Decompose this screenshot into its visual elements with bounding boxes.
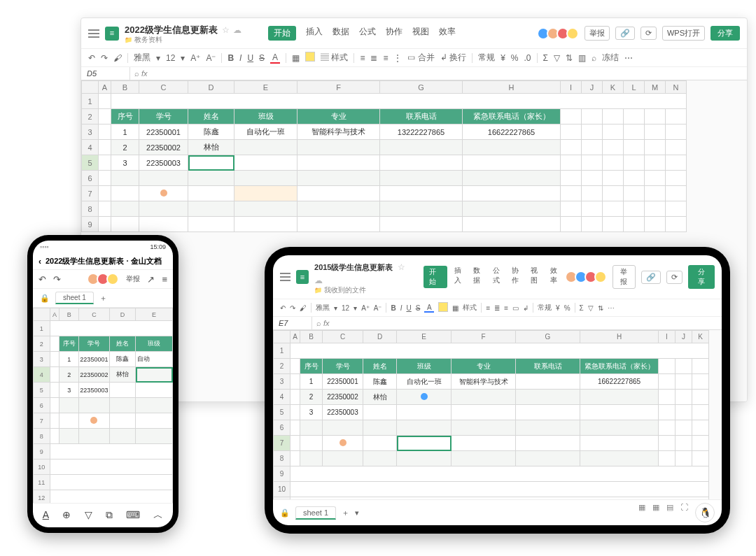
percent-icon[interactable]: % (564, 304, 570, 312)
font-family[interactable]: 雅黑 (316, 303, 330, 313)
bold-icon[interactable]: B (227, 53, 234, 63)
cell[interactable] (463, 155, 561, 171)
history-icon[interactable]: ⟳ (640, 27, 657, 40)
align-icon[interactable]: ≣ (494, 304, 500, 312)
formula-input[interactable] (334, 321, 722, 325)
cloud-icon[interactable]: ☁ (233, 25, 241, 35)
wrap-icon[interactable]: ↲ (523, 304, 528, 312)
menu-icon[interactable]: ≡ (162, 274, 167, 285)
cell[interactable]: 智能科学与技术 (298, 124, 380, 140)
col-header[interactable]: C (139, 81, 188, 94)
photo-icon[interactable]: ⧉ (106, 509, 113, 522)
cell[interactable]: 3 (111, 155, 139, 171)
name-box[interactable]: D5 (81, 67, 130, 80)
chart-icon[interactable]: ▥ (578, 53, 586, 63)
menu-icon[interactable] (88, 29, 99, 38)
tab-insert[interactable]: 插入 (306, 26, 323, 41)
wrap-icon[interactable]: ↲ 换行 (440, 52, 466, 64)
tab-start[interactable]: 开始 (268, 26, 296, 41)
sum-icon[interactable]: Σ (580, 304, 584, 312)
table-header[interactable]: 班级 (234, 109, 298, 124)
report-button[interactable]: 举报 (612, 265, 635, 289)
expand-icon[interactable]: ⛶ (680, 503, 688, 522)
paint-icon[interactable]: 🖌 (300, 304, 307, 312)
cell[interactable]: 22350001 (139, 124, 188, 140)
italic-icon[interactable]: I (400, 304, 402, 312)
redo-icon[interactable]: ↷ (290, 304, 295, 312)
font-inc-icon[interactable]: A⁺ (190, 53, 200, 63)
more-icon[interactable]: ⋯ (624, 53, 633, 63)
col-header[interactable]: E (234, 81, 298, 94)
font-color-icon[interactable]: A (270, 52, 280, 64)
undo-icon[interactable]: ↶ (88, 53, 95, 63)
fill-color-icon[interactable] (438, 302, 448, 313)
sort-icon[interactable]: ⇅ (566, 53, 573, 63)
col-header[interactable]: I (561, 81, 582, 94)
underline-icon[interactable]: U (247, 53, 253, 63)
formula-input[interactable] (152, 71, 747, 76)
text-icon[interactable]: A (43, 509, 49, 522)
cell[interactable] (380, 155, 463, 171)
collaborator-avatars[interactable] (90, 273, 119, 285)
col-header[interactable]: B (111, 81, 139, 94)
lock-icon[interactable]: 🔒 (40, 294, 50, 303)
sum-icon[interactable]: Σ (543, 53, 548, 63)
filter-icon[interactable]: ▽ (588, 304, 594, 312)
font-family[interactable]: 雅黑 (134, 52, 150, 64)
col-header[interactable]: A (99, 81, 111, 94)
paint-icon[interactable]: 🖌 (113, 53, 122, 63)
share-button[interactable]: 分享 (688, 265, 715, 289)
add-sheet-icon[interactable]: ＋ (342, 508, 349, 518)
folder-path[interactable]: 教务资料 (125, 36, 241, 44)
currency-icon[interactable]: ¥ (500, 53, 505, 63)
font-size[interactable]: 12 (342, 304, 349, 312)
report-button[interactable]: 举报 (584, 26, 610, 41)
selected-cell[interactable] (188, 155, 234, 171)
sheet-tab[interactable]: sheet 1 (55, 292, 94, 304)
search-icon[interactable]: ⌕ (592, 53, 596, 63)
tab-data[interactable]: 数据 (332, 26, 349, 41)
filter-icon[interactable]: ▽ (554, 53, 560, 63)
align-center-icon[interactable]: ≣ (370, 53, 377, 63)
align-right-icon[interactable]: ≡ (383, 53, 388, 63)
collaborator-avatars[interactable] (540, 27, 579, 40)
undo-icon[interactable]: ↶ (38, 274, 46, 285)
tab-efficiency[interactable]: 效率 (439, 26, 456, 41)
cell-style-icon[interactable]: ▤ 样式 (321, 52, 348, 64)
align-icon[interactable]: ≡ (504, 304, 508, 312)
back-icon[interactable]: ‹ (38, 257, 41, 266)
col-header[interactable]: N (666, 81, 687, 94)
collaborator-avatars[interactable] (568, 271, 607, 283)
add-sheet-icon[interactable]: ＋ (99, 293, 107, 304)
cell[interactable]: 22350003 (139, 155, 188, 171)
grid-icon[interactable]: ▦ (652, 503, 659, 522)
font-dec-icon[interactable]: A⁻ (206, 53, 216, 63)
table-header[interactable]: 学号 (139, 109, 188, 124)
align-icon[interactable]: ≡ (486, 304, 490, 312)
currency-icon[interactable]: ¥ (556, 304, 560, 312)
strike-icon[interactable]: S (416, 304, 421, 312)
table-header[interactable]: 序号 (111, 109, 139, 124)
folder-path[interactable]: 我收到的文件 (314, 286, 408, 294)
cell[interactable]: 16622227865 (463, 124, 561, 140)
number-format[interactable]: 常规 (478, 52, 495, 64)
col-header[interactable]: J (582, 81, 603, 94)
grid-icon[interactable]: ▦ (638, 503, 645, 522)
report-button[interactable]: 举报 (126, 274, 140, 284)
keyboard-icon[interactable]: ⌨ (126, 509, 140, 522)
table-header[interactable]: 姓名 (188, 109, 234, 124)
name-box[interactable]: E7 (273, 317, 312, 329)
add-icon[interactable]: ⊕ (62, 509, 71, 522)
col-header[interactable]: G (380, 81, 463, 94)
share-icon[interactable]: ↗ (147, 274, 155, 285)
col-header[interactable]: L (624, 81, 645, 94)
cell[interactable]: 陈鑫 (188, 124, 234, 140)
col-header[interactable]: H (463, 81, 561, 94)
fx-icon[interactable]: ⌕ fx (130, 69, 152, 78)
assistant-icon[interactable]: 🐧 (695, 503, 715, 522)
font-inc-icon[interactable]: A⁺ (361, 304, 370, 312)
undo-icon[interactable]: ↶ (280, 304, 286, 312)
cell-style-icon[interactable]: 样式 (463, 303, 477, 313)
number-format[interactable]: 常规 (538, 303, 552, 313)
col-header[interactable]: F (298, 81, 380, 94)
